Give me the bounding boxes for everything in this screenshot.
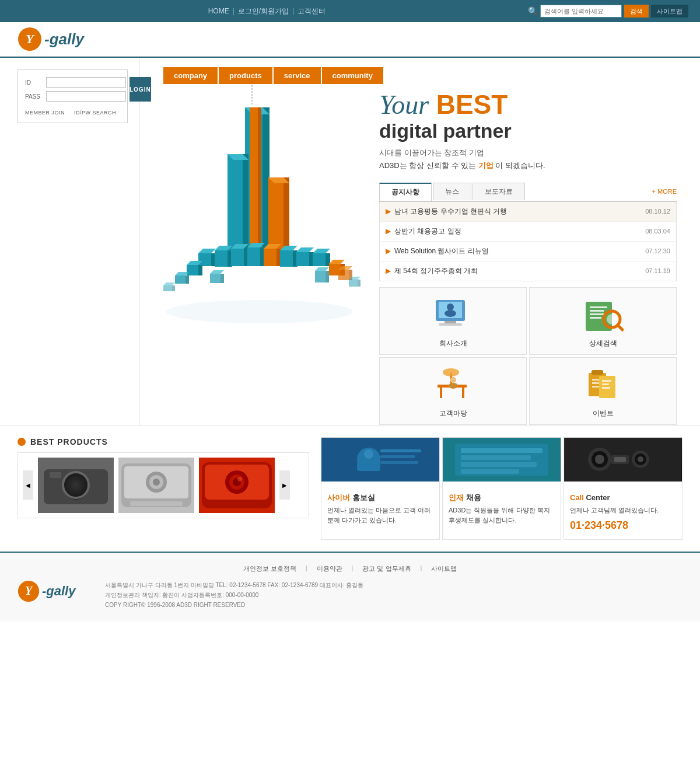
hero-chart xyxy=(152,84,368,425)
id-label: ID xyxy=(25,79,43,86)
hero-subtitle2-highlight: 기업 xyxy=(478,161,494,170)
svg-rect-14 xyxy=(198,253,211,266)
news-item-date: 07.12.30 xyxy=(645,247,670,254)
svg-rect-68 xyxy=(444,321,456,323)
svg-rect-126 xyxy=(461,462,537,467)
svg-line-77 xyxy=(618,325,622,330)
footer-ad-link[interactable]: 광고 및 업무제휴 xyxy=(362,564,411,573)
news-list: ▶ 남녀 고용평등 우수기업 현판식 거행 08.10.12 ▶ 상반기 채용공… xyxy=(379,202,677,281)
svg-marker-43 xyxy=(329,260,345,264)
info-cards: 사이버 홍보실 언제나 열려있는 마음으로 고객 여러분께 다가가고 있습니다. xyxy=(321,437,682,540)
quick-item-event[interactable]: 이벤트 xyxy=(529,357,677,425)
member-join-link[interactable]: MEMBER JOIN xyxy=(25,110,65,116)
info-card-recruit[interactable]: 인재 채용 AD3D는 직원들을 위해 다양한 복지후생제도를 실시합니다. xyxy=(442,437,561,540)
svg-rect-35 xyxy=(313,253,326,266)
top-nav-links: HOME | 로그인/회원가입 | 고객센터 xyxy=(12,6,522,16)
card-call-title-color: Call xyxy=(570,493,584,502)
quick-item-customer[interactable]: 고객마당 xyxy=(379,357,527,425)
card-recruit-thumb xyxy=(443,438,561,482)
chart-3d-svg xyxy=(152,84,368,335)
hero-your: Your xyxy=(379,90,429,120)
info-card-cyber[interactable]: 사이버 홍보실 언제나 열려있는 마음으로 고객 여러분께 다가가고 있습니다. xyxy=(321,437,440,540)
footer-logo-icon: Y xyxy=(18,580,40,602)
news-item-text: 제 54회 정기주주총회 개최 xyxy=(394,266,478,276)
quick-item-company[interactable]: 회사소개 xyxy=(379,287,527,355)
footer-address: 서울특별시 가나구 다라동 1번지 마바빌딩 TEL: 02-1234-5678… xyxy=(105,580,363,590)
carousel-next-button[interactable]: ▶ xyxy=(279,470,290,500)
news-item[interactable]: ▶ 상반기 채용공고 일정 08.03.04 xyxy=(380,222,676,242)
svg-marker-34 xyxy=(296,247,314,252)
news-item-text: 상반기 채용공고 일정 xyxy=(394,226,461,236)
tab-press[interactable]: 보도자료 xyxy=(473,183,525,200)
svg-text:Y: Y xyxy=(25,584,33,597)
tab-notice[interactable]: 공지사항 xyxy=(379,183,432,201)
logo-icon: Y xyxy=(18,27,42,51)
logo-text: -gally xyxy=(44,30,84,48)
news-item[interactable]: ▶ 남녀 고용평등 우수기업 현판식 거행 08.10.12 xyxy=(380,202,676,222)
sitemap-button[interactable]: 사이트맵 xyxy=(651,5,688,18)
svg-rect-121 xyxy=(380,461,418,464)
nav-home-link[interactable]: HOME xyxy=(208,7,229,15)
svg-marker-49 xyxy=(210,270,224,274)
tab-community[interactable]: community xyxy=(322,67,383,84)
svg-rect-50 xyxy=(315,271,326,282)
svg-rect-124 xyxy=(461,448,542,453)
news-item-date: 08.03.04 xyxy=(645,228,670,235)
tab-company[interactable]: company xyxy=(163,67,218,84)
news-item[interactable]: ▶ Web Solution 웹사이트 리뉴얼 07.12.30 xyxy=(380,242,676,261)
footer-terms-link[interactable]: 이용약관 xyxy=(317,564,342,573)
search-button[interactable]: 검색 xyxy=(624,5,649,18)
footer-privacy: 개인정보관리 책임자: 황진이 사업자등록번호: 000-00-0000 xyxy=(105,590,363,600)
hero-rest: digital partner xyxy=(379,120,677,142)
svg-rect-125 xyxy=(461,455,531,460)
svg-marker-37 xyxy=(313,249,330,253)
nav-login-link[interactable]: 로그인/회원가입 xyxy=(238,6,289,16)
svg-rect-47 xyxy=(210,274,220,283)
hero-subtitle1: 시대를 이끌어가는 창조적 기업 xyxy=(379,148,677,158)
news-item-date: 07.11.19 xyxy=(645,267,670,274)
quick-label-search: 상세검색 xyxy=(589,339,617,348)
top-search: 🔍 검색 사이트맵 xyxy=(528,5,688,18)
id-pw-search-link[interactable]: ID/PW SEARCH xyxy=(74,110,116,116)
footer-links: 개인정보 보호정책 | 이용약관 | 광고 및 업무제휴 | 사이트맵 xyxy=(18,564,682,573)
main-wrapper: ID PASS LOGIN MEMBER JOIN ID/PW SEARCH c… xyxy=(0,58,700,425)
product-thumb-3[interactable] xyxy=(199,458,275,513)
hero-title: Your BEST digital partner xyxy=(379,90,677,142)
top-navigation: HOME | 로그인/회원가입 | 고객센터 🔍 검색 사이트맵 xyxy=(0,0,700,22)
card-recruit-content: 인재 채용 AD3D는 직원들을 위해 다양한 복지후생제도를 실시합니다. xyxy=(443,486,561,531)
svg-point-106 xyxy=(153,479,160,486)
svg-point-134 xyxy=(638,456,643,462)
svg-rect-100 xyxy=(50,472,61,478)
tab-products[interactable]: products xyxy=(219,67,272,84)
footer-privacy-link[interactable]: 개인정보 보호정책 xyxy=(243,564,296,573)
svg-rect-23 xyxy=(247,247,260,266)
nav-support-link[interactable]: 고객센터 xyxy=(298,6,326,16)
password-input[interactable] xyxy=(46,91,126,102)
product-thumb-1[interactable] xyxy=(38,458,114,513)
phone-number: 01·234·5678 xyxy=(570,518,676,533)
search-input[interactable] xyxy=(540,5,622,18)
tab-service[interactable]: service xyxy=(274,67,321,84)
svg-rect-45 xyxy=(186,275,189,284)
quick-item-search[interactable]: 상세검색 xyxy=(529,287,677,355)
svg-point-97 xyxy=(66,477,85,496)
logo[interactable]: Y -gally xyxy=(18,27,84,51)
footer-logo-row: Y -gally 서울특별시 가나구 다라동 1번지 마바빌딩 TEL: 02-… xyxy=(18,580,682,610)
site-header: Y -gally xyxy=(0,22,700,57)
news-more[interactable]: + MORE xyxy=(652,188,677,195)
svg-rect-115 xyxy=(322,438,439,482)
news-item[interactable]: ▶ 제 54회 정기주주총회 개최 07.11.19 xyxy=(380,261,676,281)
id-input[interactable] xyxy=(46,77,126,88)
product-thumb-2[interactable] xyxy=(118,458,194,513)
info-card-call[interactable]: Call Center 언제나 고객님께 열려있습니다. 01·234·5678 xyxy=(564,437,682,540)
svg-rect-39 xyxy=(198,265,202,275)
tab-news[interactable]: 뉴스 xyxy=(433,183,471,200)
carousel-prev-button[interactable]: ◀ xyxy=(23,470,33,500)
card-recruit-title: 인재 채용 xyxy=(449,492,555,504)
footer-sitemap-link[interactable]: 사이트맵 xyxy=(431,564,457,573)
magnifier-icon xyxy=(583,296,624,334)
svg-point-98 xyxy=(70,481,82,493)
card-cyber-content: 사이버 홍보실 언제나 열려있는 마음으로 고객 여러분께 다가가고 있습니다. xyxy=(321,486,439,531)
svg-rect-17 xyxy=(215,250,228,267)
footer-info: 서울특별시 가나구 다라동 1번지 마바빌딩 TEL: 02-1234-5678… xyxy=(105,580,363,610)
